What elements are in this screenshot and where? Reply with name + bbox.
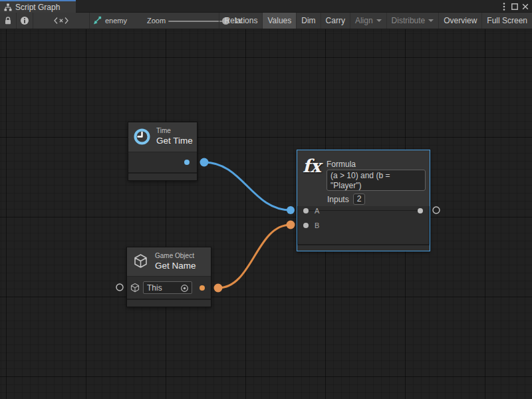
- toolbar-buttons: Relations Values Dim Carry Align Distrib…: [219, 13, 532, 29]
- formula-inputs-count-field[interactable]: 2: [353, 194, 365, 205]
- maximize-icon: [511, 3, 519, 11]
- node-get-name[interactable]: Game Object Get Name This: [126, 247, 211, 307]
- code-view-button[interactable]: [33, 13, 89, 29]
- formula-inputs-label: Inputs: [327, 194, 349, 205]
- connection-get-time-to-formula-a[interactable]: [204, 162, 291, 210]
- object-picker-icon[interactable]: [180, 284, 189, 293]
- lock-button[interactable]: [0, 13, 16, 29]
- script-graph-window: Script Graph: [0, 0, 532, 399]
- connection-start-dot-orange[interactable]: [214, 284, 223, 293]
- formula-port-a-label: A: [315, 207, 319, 215]
- window-menu-button[interactable]: [499, 0, 509, 13]
- graph-canvas[interactable]: Time Get Time fx Formula (a > 10) and (b…: [0, 29, 532, 399]
- get-time-category: Time: [156, 127, 171, 134]
- zoom-label: Zoom: [147, 17, 166, 25]
- node-get-time[interactable]: Time Get Time: [128, 122, 198, 181]
- chevron-down-icon: [376, 19, 382, 22]
- dim-button-label: Dim: [301, 16, 315, 25]
- dim-button[interactable]: Dim: [296, 13, 320, 29]
- close-icon: [521, 3, 529, 11]
- graph-breadcrumb[interactable]: enemy: [92, 13, 127, 29]
- target-object-field[interactable]: This: [143, 281, 192, 294]
- relations-button-label: Relations: [224, 16, 257, 25]
- tab-script-graph[interactable]: Script Graph: [0, 0, 76, 13]
- formula-relation-line: [306, 210, 421, 211]
- connections-layer: [0, 29, 532, 399]
- formula-footer: [297, 244, 430, 251]
- connection-start-dot-blue[interactable]: [200, 158, 209, 167]
- carry-button-label: Carry: [326, 16, 345, 25]
- graph-name-label: enemy: [105, 17, 127, 25]
- close-button[interactable]: [520, 0, 531, 13]
- formula-port-a-dot[interactable]: [303, 208, 309, 213]
- get-name-header[interactable]: Game Object Get Name: [127, 247, 211, 277]
- overview-button[interactable]: Overview: [438, 13, 481, 29]
- clock-icon: [133, 128, 151, 146]
- info-button[interactable]: [17, 13, 33, 29]
- formula-expression-field[interactable]: (a > 10) and (b = "Player"): [327, 170, 426, 191]
- zoom-label-wrap: Zoom: [147, 13, 166, 29]
- window-controls: [499, 0, 531, 13]
- carry-button[interactable]: Carry: [321, 13, 350, 29]
- zoom-slider-track[interactable]: [168, 21, 226, 22]
- get-time-title: Get Time: [156, 136, 193, 146]
- graph-toolbar: enemy Zoom 1x Relations Values Dim Carry…: [0, 13, 532, 29]
- get-name-target-external-port[interactable]: [116, 284, 123, 291]
- fullscreen-button-label: Full Screen: [487, 16, 527, 25]
- values-button-label: Values: [267, 16, 291, 25]
- game-object-port-icon[interactable]: [130, 283, 140, 293]
- align-button-label: Align: [355, 16, 373, 25]
- connection-end-dot-orange[interactable]: [287, 221, 295, 229]
- tab-bar: Script Graph: [0, 0, 532, 13]
- connection-get-name-to-formula-b[interactable]: [218, 225, 291, 288]
- distribute-button-label: Distribute: [392, 16, 426, 25]
- graph-hierarchy-icon: [4, 3, 12, 11]
- cube-icon: [132, 253, 150, 271]
- lock-icon: [4, 16, 12, 25]
- enemy-graph-icon: [92, 16, 102, 25]
- node-formula[interactable]: fx Formula (a > 10) and (b = "Player") I…: [297, 150, 430, 251]
- get-time-footer: [128, 172, 197, 180]
- formula-port-b-label: B: [315, 221, 319, 229]
- fx-icon: fx: [303, 156, 321, 176]
- maximize-button[interactable]: [509, 0, 520, 13]
- kebab-icon: [503, 2, 505, 11]
- formula-title: Formula: [327, 160, 356, 169]
- formula-output-port-dot[interactable]: [418, 208, 423, 213]
- connection-end-dot-blue[interactable]: [287, 206, 295, 214]
- get-time-header[interactable]: Time Get Time: [128, 122, 197, 152]
- relations-button[interactable]: Relations: [219, 13, 262, 29]
- get-time-output-port[interactable]: [184, 160, 190, 165]
- overview-button-label: Overview: [444, 16, 477, 25]
- align-dropdown-button[interactable]: Align: [350, 13, 386, 29]
- distribute-dropdown-button[interactable]: Distribute: [386, 13, 439, 29]
- formula-output-external-port[interactable]: [433, 207, 440, 213]
- code-icon: [53, 17, 69, 25]
- target-object-value: This: [147, 283, 162, 293]
- values-button[interactable]: Values: [262, 13, 296, 29]
- get-name-title: Get Name: [155, 261, 196, 271]
- get-name-category: Game Object: [155, 252, 194, 259]
- get-name-output-port[interactable]: [200, 285, 205, 291]
- chevron-down-icon: [428, 19, 434, 22]
- fullscreen-button[interactable]: Full Screen: [481, 13, 532, 29]
- info-icon: [20, 16, 29, 25]
- formula-port-b-dot[interactable]: [303, 223, 309, 228]
- tab-label: Script Graph: [15, 3, 60, 12]
- get-name-footer: [127, 299, 211, 307]
